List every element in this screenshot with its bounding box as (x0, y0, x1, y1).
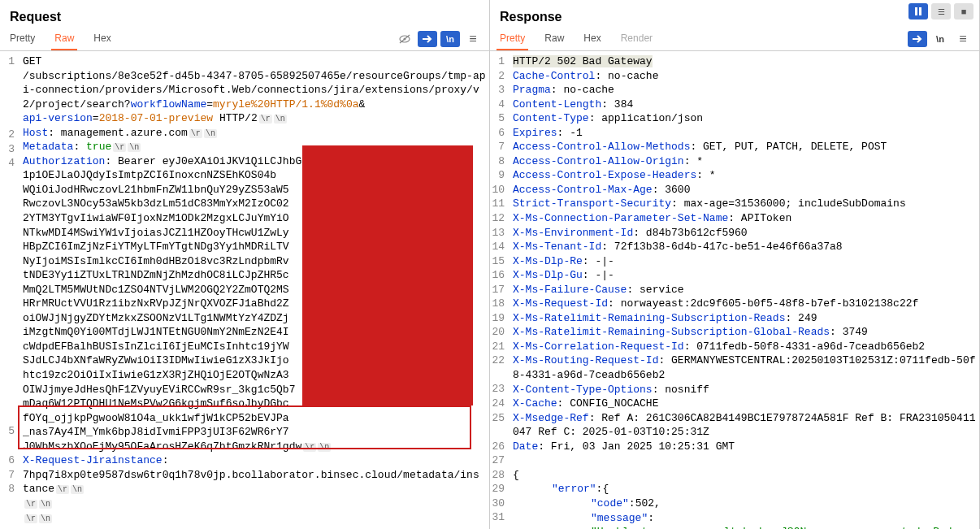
hide-icon[interactable] (395, 31, 414, 47)
block-button[interactable]: ■ (954, 3, 973, 20)
newline-icon-resp[interactable]: \n (930, 31, 950, 47)
response-title: Response (497, 3, 565, 28)
pause-button[interactable] (908, 3, 928, 20)
request-tabs: Pretty Raw Hex \n ≡ (0, 28, 489, 51)
request-code[interactable]: 1 2 3 4 5 6 7 8 GET /subscriptions/8e3ce… (0, 51, 489, 529)
response-tabs: Pretty Raw Hex Render \n ≡ (490, 28, 979, 51)
request-panel: Request Pretty Raw Hex \n ≡ 1 2 3 4 5 6 … (0, 0, 490, 529)
tab-raw[interactable]: Raw (51, 28, 77, 50)
newline-icon[interactable]: \n (440, 31, 460, 47)
request-gutter: 1 2 3 4 5 6 7 8 (0, 51, 20, 529)
tab-hex-resp[interactable]: Hex (580, 28, 604, 50)
tab-hex[interactable]: Hex (90, 28, 114, 50)
tab-pretty-resp[interactable]: Pretty (497, 28, 528, 50)
response-content: HTTP/2 502 Bad Gateway Cache-Control: no… (510, 51, 979, 529)
response-code[interactable]: 1234567891011121314151617181920212223242… (490, 51, 979, 529)
response-panel: ☰ ■ Response Pretty Raw Hex Render \n ≡ … (490, 0, 980, 529)
arrow-icon-resp[interactable] (908, 31, 927, 47)
menu-icon-resp[interactable]: ≡ (953, 31, 973, 47)
request-content: GET /subscriptions/8e3ce52f-d45b-4347-87… (20, 51, 489, 529)
svg-rect-4 (919, 7, 921, 15)
arrow-icon[interactable] (418, 31, 437, 47)
redaction-block (302, 145, 473, 405)
tab-render-resp[interactable]: Render (618, 28, 656, 50)
tab-raw-resp[interactable]: Raw (541, 28, 567, 50)
equals-button[interactable]: ☰ (931, 3, 951, 20)
top-controls: ☰ ■ (908, 3, 973, 20)
svg-rect-3 (915, 7, 917, 15)
menu-icon[interactable]: ≡ (463, 31, 483, 47)
response-gutter: 1234567891011121314151617181920212223242… (490, 51, 510, 529)
tab-pretty[interactable]: Pretty (7, 28, 38, 50)
request-title: Request (7, 3, 64, 28)
